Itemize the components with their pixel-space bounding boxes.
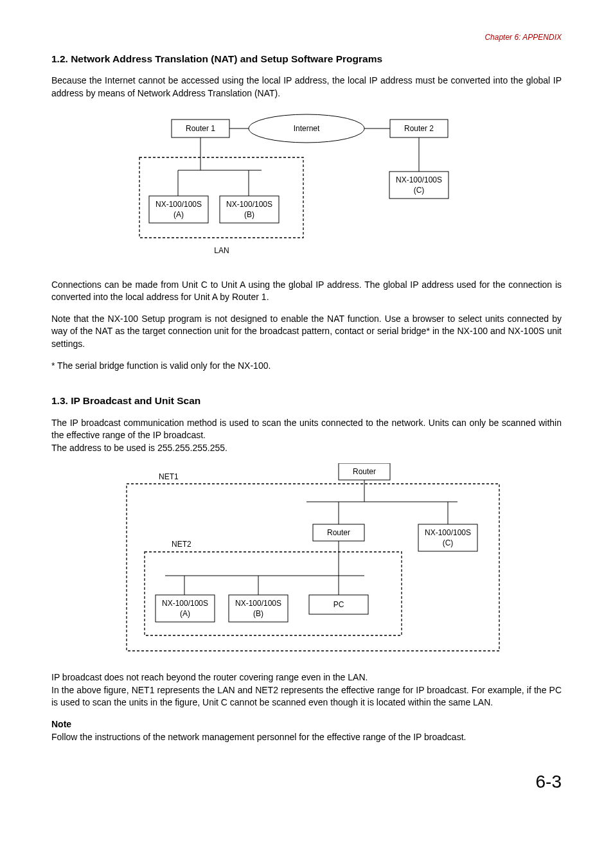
- nx-c-label-1: NX-100/100S: [396, 175, 442, 184]
- section-1-3-p1b: The address to be used is 255.255.255.25…: [51, 442, 562, 455]
- router2-label: Router 2: [404, 124, 434, 133]
- nx-c2-label-2: (C): [443, 538, 454, 547]
- nx-a2-label-1: NX-100/100S: [162, 599, 208, 608]
- section-1-2-p3: Note that the NX-100 Setup program is no…: [51, 313, 562, 351]
- section-1-2-heading: 1.2. Network Address Translation (NAT) a…: [51, 52, 562, 66]
- svg-rect-14: [127, 484, 499, 651]
- section-1-2-p2: Connections can be made from Unit C to U…: [51, 279, 562, 304]
- nx-a-label-2: (A): [173, 210, 184, 219]
- lan-label: LAN: [214, 246, 229, 255]
- page-number: 6-3: [51, 769, 562, 794]
- section-1-3-p2a: IP broadcast does not reach beyond the r…: [51, 671, 562, 684]
- router-top-label: Router: [353, 467, 376, 476]
- router-mid-label: Router: [327, 528, 350, 537]
- net2-label: NET2: [172, 540, 191, 549]
- nx-a2-label-2: (A): [180, 609, 190, 618]
- note-heading: Note: [51, 718, 562, 731]
- note-text: Follow the instructions of the network m…: [51, 731, 562, 744]
- nx-b2-label-1: NX-100/100S: [235, 599, 281, 608]
- net1-label: NET1: [159, 472, 179, 481]
- section-1-3-p1: The IP broadcast communication method is…: [51, 417, 562, 442]
- broadcast-diagram: NET1 Router Router NX-100/100S (C) NET2 …: [101, 463, 512, 656]
- section-1-3-p2b: In the above figure, NET1 represents the…: [51, 684, 562, 709]
- chapter-header: Chapter 6: APPENDIX: [51, 32, 562, 43]
- internet-label: Internet: [294, 124, 320, 133]
- section-1-2-footnote: * The serial bridge function is valid on…: [51, 360, 562, 373]
- router1-label: Router 1: [186, 124, 215, 133]
- nx-b-label-2: (B): [244, 210, 254, 219]
- svg-rect-22: [145, 552, 402, 635]
- section-1-2-intro: Because the Internet cannot be accessed …: [51, 75, 562, 100]
- pc-label: PC: [333, 600, 344, 609]
- nat-diagram: Internet Router 1 Router 2 NX-100/100S (…: [133, 109, 480, 263]
- nx-a-label-1: NX-100/100S: [155, 200, 202, 209]
- nx-b2-label-2: (B): [253, 609, 263, 618]
- nx-c-label-2: (C): [414, 186, 425, 195]
- nx-b-label-1: NX-100/100S: [226, 200, 272, 209]
- section-1-3-heading: 1.3. IP Broadcast and Unit Scan: [51, 394, 562, 408]
- nx-c2-label-1: NX-100/100S: [425, 528, 471, 537]
